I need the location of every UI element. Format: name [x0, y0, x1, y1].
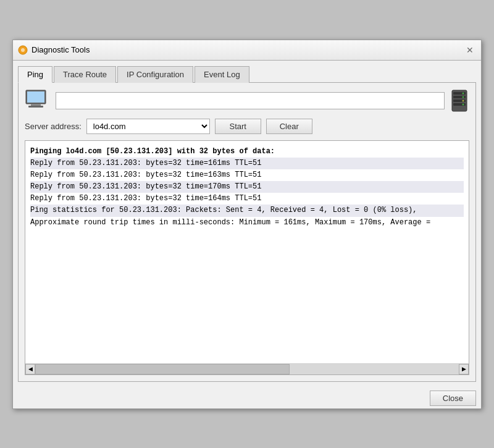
tab-ip-configuration[interactable]: IP Configuration: [117, 66, 193, 83]
server-address-select[interactable]: lo4d.com google.com 8.8.8.8: [86, 119, 210, 134]
output-line: Reply from 50.23.131.203: bytes=32 time=…: [30, 158, 464, 169]
start-button[interactable]: Start: [215, 119, 261, 134]
output-line: Reply from 50.23.131.203: bytes=32 time=…: [30, 193, 464, 205]
scroll-left-button[interactable]: ◀: [25, 364, 35, 374]
horizontal-scrollbar[interactable]: ◀ ▶: [25, 363, 469, 374]
address-row: Server address: lo4d.com google.com 8.8.…: [25, 119, 469, 134]
icon-row: [25, 89, 469, 112]
computer-icon: [25, 89, 51, 112]
window-close-button[interactable]: ✕: [464, 44, 476, 56]
svg-point-14: [463, 103, 464, 105]
tab-bar: Ping Trace Route IP Configuration Event …: [18, 66, 476, 83]
svg-rect-5: [28, 106, 43, 108]
output-line: Pinging lo4d.com [50.23.131.203] with 32…: [30, 146, 464, 158]
server-address-label: Server address:: [25, 122, 82, 131]
scroll-right-button[interactable]: ▶: [459, 364, 469, 374]
output-container: Pinging lo4d.com [50.23.131.203] with 32…: [25, 140, 469, 375]
svg-point-13: [463, 99, 464, 101]
output-line: Ping statistics for 50.23.131.203: Packe…: [30, 205, 464, 216]
clear-button[interactable]: Clear: [266, 119, 312, 134]
svg-rect-3: [27, 91, 44, 103]
svg-point-12: [463, 96, 464, 98]
close-window-button[interactable]: Close: [430, 391, 476, 406]
window-body: Ping Trace Route IP Configuration Event …: [13, 61, 481, 387]
bottom-bar: Close: [13, 387, 481, 408]
output-area: Pinging lo4d.com [50.23.131.203] with 32…: [25, 141, 469, 362]
title-bar: Diagnostic Tools ✕: [13, 40, 481, 61]
tab-event-log[interactable]: Event Log: [195, 66, 249, 83]
svg-point-11: [463, 92, 464, 94]
server-icon: [450, 89, 469, 112]
diagnostic-tools-window: Diagnostic Tools ✕ Ping Trace Route IP C…: [12, 40, 482, 409]
tab-ping[interactable]: Ping: [18, 66, 52, 83]
progress-area: [56, 92, 445, 109]
tab-content-ping: Server address: lo4d.com google.com 8.8.…: [18, 83, 476, 382]
title-bar-left: Diagnostic Tools: [18, 45, 90, 55]
scroll-track[interactable]: [35, 364, 459, 374]
svg-rect-4: [31, 104, 41, 106]
output-line: Reply from 50.23.131.203: bytes=32 time=…: [30, 181, 464, 193]
scroll-thumb[interactable]: [35, 364, 290, 374]
window-title: Diagnostic Tools: [31, 45, 90, 54]
output-line: Approximate round trip times in milli-se…: [30, 217, 464, 229]
app-icon: [18, 45, 28, 55]
tab-trace-route[interactable]: Trace Route: [54, 66, 116, 83]
svg-point-1: [21, 48, 25, 52]
output-line: Reply from 50.23.131.203: bytes=32 time=…: [30, 169, 464, 181]
